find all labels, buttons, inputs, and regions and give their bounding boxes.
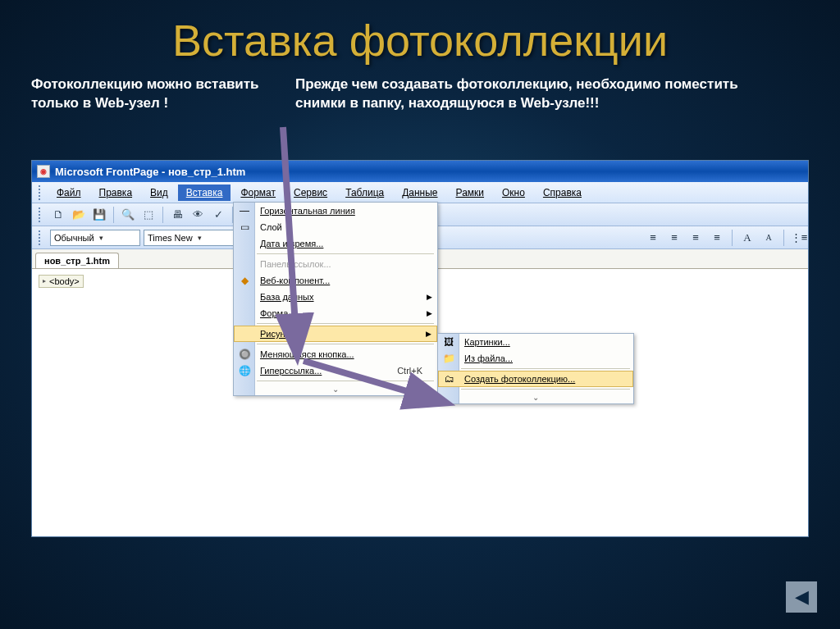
menubar: Файл Правка Вид Вставка Формат Сервис Та… (32, 182, 808, 203)
frontpage-window: ◉ Microsoft FrontPage - нов_стр_1.htm Фа… (31, 160, 809, 537)
align-left-icon[interactable]: ≡ (644, 229, 662, 247)
submenu-item-fromfile[interactable]: 📁 Из файла... (438, 350, 633, 367)
caption-right: Прежде чем создавать фотоколлекцию, необ… (295, 75, 755, 113)
back-icon: ◀ (795, 586, 809, 608)
bullets-icon[interactable]: ⋮≡ (790, 229, 808, 247)
menu-item-hr[interactable]: — Горизонтальная линия (234, 203, 437, 219)
menu-view[interactable]: Вид (142, 185, 176, 201)
font-size-down-icon[interactable]: A (760, 229, 778, 247)
align-center-icon[interactable]: ≡ (665, 229, 683, 247)
menu-item-picture[interactable]: Рисунок ▶ (234, 326, 437, 342)
slide-title: Вставка фотоколлекции (0, 0, 840, 66)
layer-icon: ▭ (238, 221, 251, 234)
menu-help[interactable]: Справка (535, 185, 590, 201)
spell-icon[interactable]: ✓ (209, 206, 227, 224)
insert-menu-dropdown: — Горизонтальная линия ▭ Слой Дата и вре… (233, 202, 438, 396)
submenu-item-clipart[interactable]: 🖼 Картинки... (438, 334, 633, 350)
window-title: Microsoft FrontPage - нов_стр_1.htm (55, 166, 245, 178)
titlebar: ◉ Microsoft FrontPage - нов_стр_1.htm (32, 161, 808, 182)
style-combo[interactable]: Обычный▾ (50, 230, 140, 246)
menu-item-database[interactable]: База данных ▶ (234, 289, 437, 305)
search-icon[interactable]: 🔍 (119, 206, 137, 224)
chevron-right-icon: ▶ (427, 309, 432, 317)
body-tag-selector[interactable]: ▸ <body> (39, 275, 84, 288)
menu-item-datetime[interactable]: Дата и время... (234, 235, 437, 252)
menu-item-form[interactable]: Форма ▶ (234, 305, 437, 321)
button-icon: 🔘 (238, 348, 251, 361)
menu-item-hyperlink[interactable]: 🌐 Гиперссылка... Ctrl+K (234, 362, 437, 379)
menu-table[interactable]: Таблица (337, 185, 392, 201)
align-justify-icon[interactable]: ≡ (708, 229, 726, 247)
print-icon[interactable]: 🖶 (168, 206, 186, 224)
hr-icon: — (238, 204, 251, 217)
globe-icon: 🌐 (238, 364, 251, 377)
toolbar-grip[interactable] (39, 207, 42, 222)
menu-tools[interactable]: Сервис (285, 185, 336, 201)
menu-insert[interactable]: Вставка (178, 185, 231, 201)
font-size-up-icon[interactable]: A (738, 229, 756, 247)
picture-submenu: 🖼 Картинки... 📁 Из файла... 🗂 Создать фо… (437, 333, 634, 404)
app-icon: ◉ (37, 165, 50, 178)
folder-icon: 📁 (442, 352, 455, 365)
menu-item-linkbar: Панель ссылок... (234, 256, 437, 272)
nav-back-button[interactable]: ◀ (786, 581, 817, 613)
preview-icon[interactable]: 👁 (189, 206, 207, 224)
menu-item-webcomponent[interactable]: ◆ Веб-компонент... (234, 272, 437, 289)
menu-item-hoverbutton[interactable]: 🔘 Меняющаяся кнопка... (234, 346, 437, 362)
menu-frames[interactable]: Рамки (448, 185, 492, 201)
save-icon[interactable]: 💾 (90, 206, 108, 224)
component-icon: ◆ (238, 274, 251, 287)
caption-left: Фотоколлекцию можно вставить только в We… (31, 75, 277, 113)
align-right-icon[interactable]: ≡ (687, 229, 705, 247)
submenu-item-photogallery[interactable]: 🗂 Создать фотоколлекцию... (438, 371, 633, 387)
chevron-right-icon: ▶ (427, 293, 432, 301)
shortcut-label: Ctrl+K (397, 366, 422, 376)
menu-edit[interactable]: Правка (91, 185, 141, 201)
menu-data[interactable]: Данные (394, 185, 445, 201)
menu-format[interactable]: Формат (232, 185, 284, 201)
publish-icon[interactable]: ⬚ (139, 206, 158, 224)
open-icon[interactable]: 📂 (70, 206, 88, 224)
page-tab[interactable]: нов_стр_1.htm (35, 253, 119, 268)
menubar-grip[interactable] (39, 185, 42, 200)
chevron-right-icon: ▶ (426, 330, 431, 338)
expand-chevron-icon[interactable]: ⌄ (234, 383, 437, 395)
expand-chevron-icon[interactable]: ⌄ (438, 391, 633, 403)
menu-window[interactable]: Окно (494, 185, 533, 201)
format-grip[interactable] (39, 230, 42, 245)
new-doc-icon[interactable]: 🗋 (49, 206, 67, 224)
image-icon: 🖼 (442, 335, 455, 349)
menu-item-layer[interactable]: ▭ Слой (234, 219, 437, 235)
gallery-icon: 🗂 (443, 372, 456, 385)
menu-file[interactable]: Файл (48, 185, 89, 201)
